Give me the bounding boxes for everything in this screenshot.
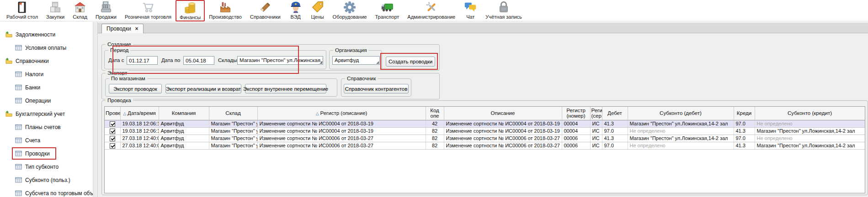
- column-header-register_num[interactable]: Регистр (номер): [562, 107, 590, 120]
- sidebar-item-content: Тип субконто: [12, 161, 65, 173]
- column-header-description[interactable]: Описание: [444, 107, 562, 120]
- table-icon: [15, 163, 22, 170]
- sidebar-splitter[interactable]: [93, 22, 98, 197]
- column-header-credit[interactable]: Креди: [734, 107, 755, 120]
- column-header-proveden[interactable]: Прове: [105, 107, 120, 120]
- column-header-register_desc[interactable]: △Регистр (описание): [257, 107, 426, 120]
- sidebar-item-subconto-type[interactable]: Тип субконто: [0, 160, 93, 173]
- cell-register_series: ИС: [590, 142, 602, 149]
- table-icon: [15, 97, 22, 104]
- cell-register_desc: Изменение сортности № ИС00004 от 2018-03…: [257, 120, 426, 127]
- postings-group: Проводка Прове△Дата/времяКомпанияСклад△Р…: [101, 100, 868, 195]
- sidebar-item-content: Условия оплаты: [12, 41, 73, 54]
- warehouses-combobox[interactable]: Магазин "Престон" ул.Ложинская,14-2: [237, 56, 323, 65]
- sidebar-item-accounts[interactable]: Счета: [0, 134, 93, 147]
- folder-icon: [5, 57, 12, 64]
- tab-close-icon[interactable]: ×: [135, 26, 138, 31]
- export-button-2[interactable]: Экспорт внутреннее перемещение: [245, 84, 326, 93]
- cell-description: Изменение сортности № ИС00006 от 2018-03…: [444, 135, 562, 142]
- sidebar-item-payment-terms[interactable]: Условия оплаты: [0, 41, 93, 54]
- toolbar-item-sales[interactable]: Продажи: [91, 0, 121, 20]
- column-header-op_code[interactable]: Код опе: [426, 107, 444, 120]
- table-row[interactable]: 27.03.18 12:40:06АрвитфудМагазин "Престо…: [105, 135, 865, 142]
- sidebar-item-postings[interactable]: Проводки: [0, 147, 93, 160]
- export-button-1[interactable]: Экспорт реализации и возврат: [165, 84, 241, 93]
- toolbar-item-catalogs[interactable]: Справочники: [246, 0, 285, 20]
- toolbar-item-label: Цены: [311, 14, 324, 20]
- sidebar-item-content: Налоги: [12, 68, 50, 80]
- counterparty-directory-button[interactable]: Справочник контрагентов: [344, 84, 409, 93]
- column-header-debit[interactable]: Дебет: [602, 107, 628, 120]
- equipment-icon: [343, 0, 357, 14]
- toolbar-item-administration[interactable]: Администрирование: [403, 0, 459, 20]
- toolbar-item-warehouse[interactable]: Склад: [69, 0, 91, 20]
- date-from-input[interactable]: [127, 56, 158, 65]
- column-header-warehouse[interactable]: Склад: [209, 107, 257, 120]
- toolbar-item-retail[interactable]: Розничная торговля: [121, 0, 176, 20]
- toolbar-item-purchases[interactable]: Закупки: [42, 0, 69, 20]
- toolbar-item-production[interactable]: Производство: [205, 0, 246, 20]
- cell-warehouse: Магазин "Престон" ул.Ложинская,14-2: [209, 142, 257, 149]
- sidebar-item-subaccounts[interactable]: Субсчета по торговым объектам: [0, 187, 93, 197]
- date-to-label: Дата по: [161, 57, 180, 63]
- column-header-subconto_debit[interactable]: Субконто (дебет): [628, 107, 734, 120]
- sidebar-item-content: Операции: [12, 94, 57, 107]
- toolbar-item-prices[interactable]: Цены: [307, 0, 329, 20]
- column-header-company[interactable]: Компания: [159, 107, 209, 120]
- cell-register_series: ИС: [590, 135, 602, 142]
- sidebar-item-banks[interactable]: Банки: [0, 81, 93, 94]
- column-header-register_series[interactable]: Реги (сер: [590, 107, 602, 120]
- directory-group-legend: Справочник: [345, 75, 378, 82]
- column-header-subconto_credit[interactable]: Субконто (кредит): [755, 107, 865, 120]
- period-group: Период Дата с Дата по Склады Магазин "Пр…: [104, 50, 326, 69]
- export-button-0[interactable]: Экспорт проводок: [109, 84, 162, 93]
- sidebar-item-label: Задолженности: [16, 31, 55, 38]
- sidebar-item-references[interactable]: Справочники: [0, 54, 93, 67]
- row-checkbox[interactable]: [110, 121, 115, 127]
- toolbar-item-account[interactable]: Учётная запись: [481, 0, 526, 20]
- toolbar-item-customs[interactable]: ВЭД: [285, 0, 307, 20]
- column-header-datetime[interactable]: △Дата/время: [120, 107, 159, 120]
- sidebar-item-accounting[interactable]: Бухгалтерский учет: [0, 107, 93, 120]
- cell-op_code: 82: [426, 127, 444, 135]
- cell-credit: 41.3: [734, 127, 755, 135]
- postings-table: Прове△Дата/времяКомпанияСклад△Регистр (о…: [105, 107, 865, 150]
- toolbar-item-desktop[interactable]: Рабочий стол: [2, 0, 42, 20]
- cell-subconto_credit: Магазин "Престон" ул.Ложинская,14-2 зал: [755, 127, 865, 135]
- sidebar-item-operations[interactable]: Операции: [0, 94, 93, 107]
- toolbar-item-transport[interactable]: Транспорт: [371, 0, 403, 20]
- sidebar-item-label: Справочники: [16, 58, 49, 64]
- row-checkbox[interactable]: [110, 129, 115, 134]
- organization-combobox[interactable]: Арвитфуд: [332, 56, 380, 65]
- sidebar-item-content: Счета: [12, 134, 47, 146]
- date-to-input[interactable]: [183, 56, 214, 65]
- sidebar-item-subconto-user[interactable]: Субконто (польз.): [0, 173, 93, 187]
- date-from-label: Дата с: [108, 57, 124, 63]
- table-row[interactable]: 19.03.18 12:06:15АрвитфудМагазин "Престо…: [105, 120, 865, 127]
- sidebar-item-content: Банки: [12, 81, 47, 93]
- sidebar-item-taxes[interactable]: Налоги: [0, 67, 93, 81]
- toolbar-item-chat[interactable]: Чат: [459, 0, 481, 20]
- sidebar-item-debts[interactable]: Задолженности: [0, 28, 93, 41]
- table-row[interactable]: 19.03.18 12:06:15АрвитфудМагазин "Престо…: [105, 127, 865, 135]
- folder-icon: [5, 110, 12, 117]
- toolbar-item-label: Рабочий стол: [6, 14, 38, 20]
- cell-proveden: [105, 142, 120, 149]
- account-icon: [497, 0, 511, 14]
- toolbar-item-finance[interactable]: Финансы: [176, 0, 205, 21]
- cell-warehouse: Магазин "Престон" ул.Ложинская,14-2: [209, 127, 257, 135]
- cell-proveden: [105, 127, 120, 135]
- cell-register_num: 00004: [562, 120, 590, 127]
- toolbar-item-equipment[interactable]: Оборудование: [329, 0, 371, 20]
- sidebar-item-content: Справочники: [2, 55, 55, 67]
- table-row[interactable]: 27.03.18 12:40:06АрвитфудМагазин "Престо…: [105, 142, 865, 149]
- main-panel: Проводки × Создание Период Дата с Дата п…: [98, 22, 868, 197]
- transport-icon: [380, 0, 394, 14]
- tab-provodki[interactable]: Проводки ×: [101, 24, 144, 33]
- sidebar-item-chart-accounts[interactable]: Планы счетов: [0, 120, 93, 134]
- row-checkbox[interactable]: [110, 136, 115, 141]
- cell-subconto_debit: Магазин "Престон" ул.Ложинская,14-2 зал: [628, 135, 734, 142]
- create-postings-button[interactable]: Создать проводки: [386, 57, 435, 67]
- row-checkbox[interactable]: [110, 143, 115, 149]
- sidebar-item-label: Субконто (польз.): [25, 177, 70, 183]
